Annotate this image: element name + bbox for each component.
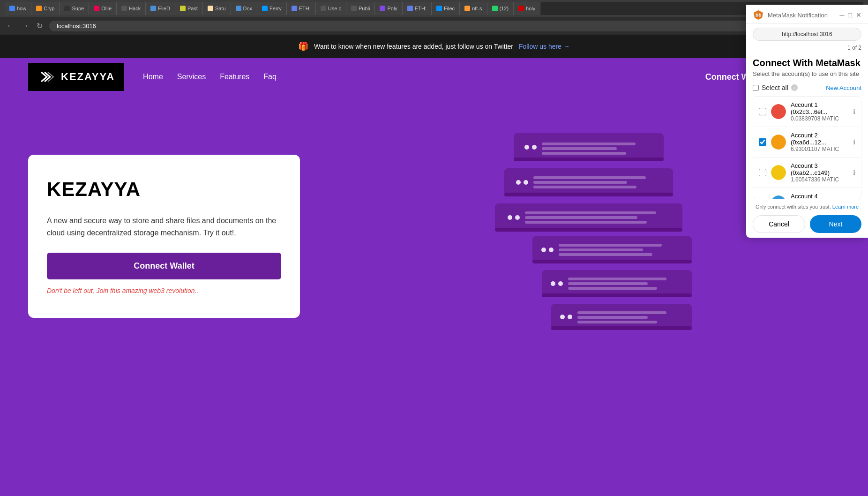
tab-favicon	[436, 6, 442, 11]
tab-favicon	[262, 6, 268, 11]
tab-super[interactable]: Supe	[60, 2, 89, 15]
tab-label: holy	[526, 6, 535, 11]
nav-link-services[interactable]: Services	[177, 73, 206, 81]
account-1-checkbox[interactable]	[759, 108, 766, 115]
svg-rect-2	[514, 158, 664, 161]
next-button[interactable]: Next	[810, 215, 861, 233]
popup-url: http://localhost:3016	[753, 28, 861, 41]
account-1-info-button[interactable]: ℹ	[853, 108, 855, 115]
select-all-text: Select all	[762, 84, 788, 91]
tab-use[interactable]: Use c	[316, 2, 346, 15]
back-button[interactable]: ←	[4, 21, 17, 31]
tab-past[interactable]: Past	[175, 2, 203, 15]
tab-eth1[interactable]: ETH:	[287, 2, 316, 15]
tab-label: FileD	[158, 6, 170, 11]
account-3-info: Account 3 (0xab2...c149) 1.60547336 MATI…	[791, 162, 848, 183]
hero-connect-wallet-button[interactable]: Connect Wallet	[47, 253, 281, 279]
new-account-link[interactable]: New Account	[826, 84, 861, 91]
tab-label: Satu	[215, 6, 226, 11]
select-all-checkbox[interactable]	[753, 85, 759, 91]
svg-point-31	[551, 281, 555, 286]
tab-nfts[interactable]: nft-s	[460, 2, 487, 15]
metamask-logo	[753, 9, 764, 21]
tab-label: Use c	[328, 6, 341, 11]
hero-section: KEZAYYA A new and secure way to store an…	[0, 96, 868, 368]
info-icon: i	[791, 84, 798, 91]
tab-favicon	[321, 6, 326, 11]
account-2-name: Account 2 (0xa6d...12...	[791, 132, 848, 146]
account-3-checkbox[interactable]	[759, 169, 766, 176]
address-bar[interactable]	[49, 21, 831, 31]
svg-rect-19	[525, 211, 656, 214]
cancel-button[interactable]: Cancel	[753, 215, 805, 233]
logo-icon	[37, 68, 56, 86]
nav-links: Home Services Features Faq	[143, 73, 705, 81]
tab-holy[interactable]: holy	[514, 2, 540, 15]
account-3-balance: 1.60547336 MATIC	[791, 176, 848, 183]
tab-whatsapp[interactable]: (12)	[487, 2, 514, 15]
svg-rect-13	[533, 181, 627, 184]
learn-more-link[interactable]: Learn more	[832, 204, 859, 210]
tab-hack[interactable]: Hack	[117, 2, 146, 15]
trust-note: Only connect with sites you trust. Learn…	[753, 204, 861, 210]
svg-rect-14	[533, 186, 636, 188]
gift-icon: 🎁	[298, 41, 308, 52]
svg-point-47	[756, 14, 758, 15]
nav-link-features[interactable]: Features	[220, 73, 249, 81]
svg-rect-5	[542, 143, 636, 145]
banner-text: Want to know when new features are added…	[314, 43, 513, 50]
svg-rect-37	[551, 326, 692, 330]
svg-rect-16	[495, 228, 682, 232]
account-3-name: Account 3 (0xab2...c149)	[791, 162, 848, 176]
tab-label: how	[17, 6, 26, 11]
tab-ferry[interactable]: Ferry	[257, 2, 287, 15]
tab-filec[interactable]: Filec	[432, 2, 460, 15]
browser-tabs: how Cryp Supe Ollie Hack FileD Past Sat	[5, 2, 863, 15]
svg-rect-23	[532, 260, 692, 263]
follow-link[interactable]: Follow us here →	[519, 43, 570, 50]
forward-button[interactable]: →	[19, 21, 32, 31]
tab-ollie[interactable]: Ollie	[89, 2, 117, 15]
tab-how[interactable]: how	[5, 2, 31, 15]
svg-rect-41	[577, 316, 648, 319]
nav-link-home[interactable]: Home	[143, 73, 163, 81]
account-2-avatar	[771, 135, 786, 150]
close-button[interactable]: ✕	[856, 11, 861, 19]
tab-dox[interactable]: Dox	[231, 2, 258, 15]
account-3-info-button[interactable]: ℹ	[853, 169, 855, 176]
tab-filed[interactable]: FileD	[146, 2, 175, 15]
tab-favicon	[36, 6, 42, 11]
account-3-avatar	[771, 165, 786, 180]
tab-favicon	[464, 6, 470, 11]
tab-favicon	[351, 6, 357, 11]
select-all-label[interactable]: Select all i	[753, 84, 798, 91]
tab-favicon	[407, 6, 413, 11]
svg-rect-27	[559, 248, 643, 251]
nav-link-faq[interactable]: Faq	[263, 73, 277, 81]
svg-point-39	[568, 315, 572, 319]
account-2-info-button[interactable]: ℹ	[853, 138, 855, 146]
refresh-button[interactable]: ↻	[34, 21, 45, 31]
popup-subtitle: Select the account(s) to use on this sit…	[753, 70, 861, 77]
tab-favicon	[180, 6, 186, 11]
svg-point-51	[771, 165, 786, 180]
account-2-checkbox[interactable]	[759, 138, 766, 146]
popup-main-title: Connect With MetaMask	[753, 58, 861, 68]
tab-label: Supe	[72, 6, 84, 11]
tab-poly[interactable]: Poly	[375, 2, 402, 15]
svg-rect-6	[542, 147, 617, 150]
logo-area: KEZAYYA	[28, 63, 124, 91]
maximize-button[interactable]: □	[848, 11, 852, 19]
tab-label: Cryp	[44, 6, 54, 11]
tab-publi[interactable]: Publi	[346, 2, 375, 15]
minimize-button[interactable]: ─	[840, 11, 845, 19]
account-item-2: Account 2 (0xa6d...12... 6.93001107 MATI…	[753, 127, 861, 158]
tab-eth2[interactable]: ETH:	[403, 2, 432, 15]
svg-rect-20	[525, 216, 637, 219]
tab-satu[interactable]: Satu	[203, 2, 231, 15]
svg-point-48	[759, 14, 761, 15]
hero-title: KEZAYYA	[47, 178, 281, 201]
tab-crypto[interactable]: Cryp	[31, 2, 60, 15]
popup-notification-label: MetaMask Notification	[768, 12, 828, 19]
tab-label: Ferry	[269, 6, 282, 11]
